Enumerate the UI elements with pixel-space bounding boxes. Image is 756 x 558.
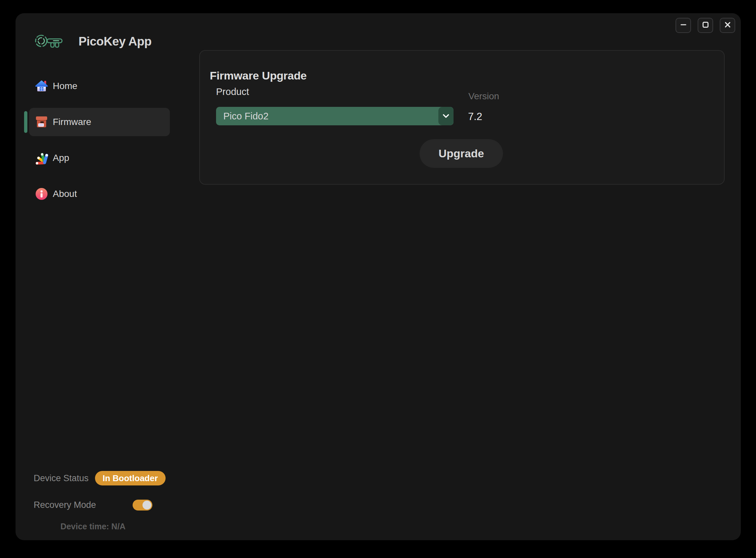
panel-title: Firmware Upgrade xyxy=(210,69,307,82)
firmware-box-icon xyxy=(35,115,49,129)
version-label: Version xyxy=(469,91,499,102)
app-icon xyxy=(35,151,49,165)
minimize-button[interactable] xyxy=(676,18,691,33)
version-value: 7.2 xyxy=(468,111,482,123)
sidebar-item-firmware[interactable]: Firmware xyxy=(29,108,170,136)
minimize-icon xyxy=(680,21,687,30)
sidebar-item-label: App xyxy=(53,153,69,163)
close-icon xyxy=(724,21,731,30)
device-status-badge: In Bootloader xyxy=(95,471,166,485)
app-header: PicoKey App xyxy=(34,34,151,49)
product-select[interactable]: Pico Fido2 xyxy=(216,107,454,125)
maximize-icon xyxy=(702,21,709,30)
device-status-label: Device Status xyxy=(34,471,89,485)
active-item-indicator xyxy=(24,111,27,133)
sidebar-item-label: Home xyxy=(53,81,77,91)
app-title: PicoKey App xyxy=(78,35,151,49)
recovery-mode-toggle[interactable] xyxy=(133,500,152,510)
sidebar-item-about[interactable]: About xyxy=(29,180,170,208)
home-icon xyxy=(35,79,49,93)
about-info-icon xyxy=(35,187,49,201)
toggle-knob xyxy=(143,501,151,509)
app-window: PicoKey App xyxy=(16,13,741,540)
maximize-button[interactable] xyxy=(698,18,713,33)
firmware-upgrade-panel: Firmware Upgrade Product Pico Fido2 Vers… xyxy=(199,50,725,185)
close-button[interactable] xyxy=(720,18,735,33)
picokey-key-logo-icon xyxy=(34,34,65,49)
recovery-mode-label: Recovery Mode xyxy=(34,500,96,510)
upgrade-button[interactable]: Upgrade xyxy=(420,139,503,168)
product-select-value: Pico Fido2 xyxy=(223,107,269,125)
chevron-down-icon xyxy=(438,107,454,125)
sidebar-item-label: Firmware xyxy=(53,117,91,127)
window-controls xyxy=(676,18,735,33)
product-label: Product xyxy=(216,86,249,97)
sidebar-item-label: About xyxy=(53,188,77,199)
sidebar-item-app[interactable]: App xyxy=(29,144,170,172)
sidebar-nav: Home Firmware xyxy=(29,72,170,208)
sidebar-item-home[interactable]: Home xyxy=(29,72,170,100)
device-time-text: Device time: N/A xyxy=(16,522,171,531)
desktop-background: PicoKey App xyxy=(0,0,756,558)
